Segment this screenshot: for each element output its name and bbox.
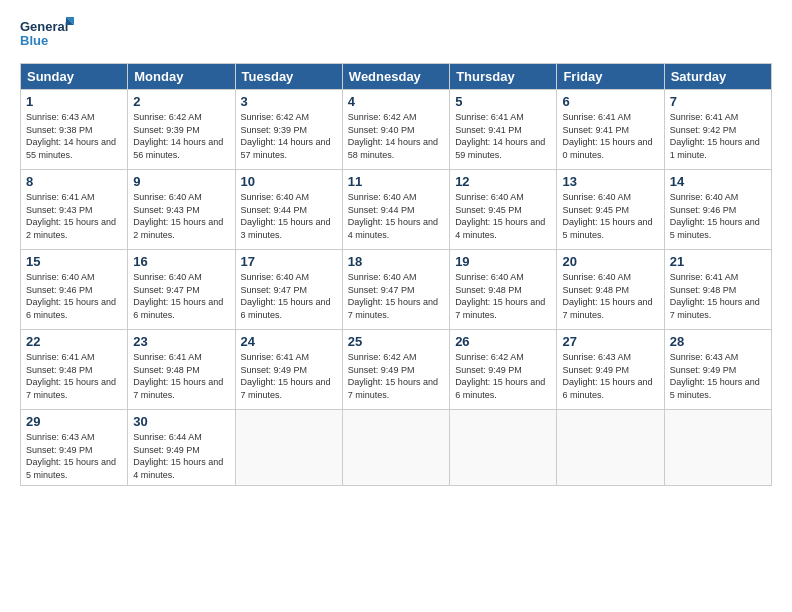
cell-info: Sunrise: 6:42 AMSunset: 9:49 PMDaylight:… xyxy=(348,351,444,401)
calendar-cell xyxy=(235,410,342,486)
day-number: 7 xyxy=(670,94,766,109)
calendar-cell: 1 Sunrise: 6:43 AMSunset: 9:38 PMDayligh… xyxy=(21,90,128,170)
day-number: 27 xyxy=(562,334,658,349)
calendar-cell xyxy=(664,410,771,486)
calendar-cell: 5 Sunrise: 6:41 AMSunset: 9:41 PMDayligh… xyxy=(450,90,557,170)
calendar-cell: 27 Sunrise: 6:43 AMSunset: 9:49 PMDaylig… xyxy=(557,330,664,410)
day-number: 25 xyxy=(348,334,444,349)
cell-info: Sunrise: 6:41 AMSunset: 9:48 PMDaylight:… xyxy=(133,351,229,401)
cell-info: Sunrise: 6:40 AMSunset: 9:45 PMDaylight:… xyxy=(455,191,551,241)
cell-info: Sunrise: 6:43 AMSunset: 9:49 PMDaylight:… xyxy=(562,351,658,401)
cell-info: Sunrise: 6:40 AMSunset: 9:43 PMDaylight:… xyxy=(133,191,229,241)
calendar-cell: 12 Sunrise: 6:40 AMSunset: 9:45 PMDaylig… xyxy=(450,170,557,250)
calendar-cell: 8 Sunrise: 6:41 AMSunset: 9:43 PMDayligh… xyxy=(21,170,128,250)
cell-info: Sunrise: 6:40 AMSunset: 9:44 PMDaylight:… xyxy=(348,191,444,241)
day-number: 29 xyxy=(26,414,122,429)
calendar-cell: 28 Sunrise: 6:43 AMSunset: 9:49 PMDaylig… xyxy=(664,330,771,410)
cell-info: Sunrise: 6:40 AMSunset: 9:48 PMDaylight:… xyxy=(455,271,551,321)
weekday-header: Monday xyxy=(128,64,235,90)
day-number: 23 xyxy=(133,334,229,349)
cell-info: Sunrise: 6:42 AMSunset: 9:40 PMDaylight:… xyxy=(348,111,444,161)
cell-info: Sunrise: 6:41 AMSunset: 9:42 PMDaylight:… xyxy=(670,111,766,161)
day-number: 9 xyxy=(133,174,229,189)
calendar-cell: 19 Sunrise: 6:40 AMSunset: 9:48 PMDaylig… xyxy=(450,250,557,330)
calendar-cell: 11 Sunrise: 6:40 AMSunset: 9:44 PMDaylig… xyxy=(342,170,449,250)
calendar-table: SundayMondayTuesdayWednesdayThursdayFrid… xyxy=(20,63,772,486)
cell-info: Sunrise: 6:43 AMSunset: 9:49 PMDaylight:… xyxy=(26,431,122,481)
cell-info: Sunrise: 6:40 AMSunset: 9:44 PMDaylight:… xyxy=(241,191,337,241)
cell-info: Sunrise: 6:43 AMSunset: 9:38 PMDaylight:… xyxy=(26,111,122,161)
calendar-cell: 10 Sunrise: 6:40 AMSunset: 9:44 PMDaylig… xyxy=(235,170,342,250)
weekday-header: Wednesday xyxy=(342,64,449,90)
cell-info: Sunrise: 6:40 AMSunset: 9:47 PMDaylight:… xyxy=(133,271,229,321)
logo: General Blue xyxy=(20,15,75,55)
cell-info: Sunrise: 6:41 AMSunset: 9:49 PMDaylight:… xyxy=(241,351,337,401)
logo-svg: General Blue xyxy=(20,15,75,55)
day-number: 2 xyxy=(133,94,229,109)
day-number: 18 xyxy=(348,254,444,269)
calendar-cell: 2 Sunrise: 6:42 AMSunset: 9:39 PMDayligh… xyxy=(128,90,235,170)
svg-text:General: General xyxy=(20,19,68,34)
day-number: 14 xyxy=(670,174,766,189)
calendar-cell xyxy=(557,410,664,486)
calendar-cell: 30 Sunrise: 6:44 AMSunset: 9:49 PMDaylig… xyxy=(128,410,235,486)
weekday-header: Friday xyxy=(557,64,664,90)
day-number: 30 xyxy=(133,414,229,429)
day-number: 21 xyxy=(670,254,766,269)
cell-info: Sunrise: 6:41 AMSunset: 9:48 PMDaylight:… xyxy=(26,351,122,401)
calendar-cell xyxy=(342,410,449,486)
calendar-cell: 3 Sunrise: 6:42 AMSunset: 9:39 PMDayligh… xyxy=(235,90,342,170)
calendar-cell: 18 Sunrise: 6:40 AMSunset: 9:47 PMDaylig… xyxy=(342,250,449,330)
calendar-cell: 21 Sunrise: 6:41 AMSunset: 9:48 PMDaylig… xyxy=(664,250,771,330)
cell-info: Sunrise: 6:43 AMSunset: 9:49 PMDaylight:… xyxy=(670,351,766,401)
cell-info: Sunrise: 6:40 AMSunset: 9:46 PMDaylight:… xyxy=(26,271,122,321)
calendar-cell: 23 Sunrise: 6:41 AMSunset: 9:48 PMDaylig… xyxy=(128,330,235,410)
cell-info: Sunrise: 6:42 AMSunset: 9:49 PMDaylight:… xyxy=(455,351,551,401)
day-number: 1 xyxy=(26,94,122,109)
cell-info: Sunrise: 6:40 AMSunset: 9:46 PMDaylight:… xyxy=(670,191,766,241)
day-number: 28 xyxy=(670,334,766,349)
calendar-cell: 24 Sunrise: 6:41 AMSunset: 9:49 PMDaylig… xyxy=(235,330,342,410)
cell-info: Sunrise: 6:40 AMSunset: 9:45 PMDaylight:… xyxy=(562,191,658,241)
weekday-header: Thursday xyxy=(450,64,557,90)
calendar-cell: 6 Sunrise: 6:41 AMSunset: 9:41 PMDayligh… xyxy=(557,90,664,170)
calendar-cell: 22 Sunrise: 6:41 AMSunset: 9:48 PMDaylig… xyxy=(21,330,128,410)
cell-info: Sunrise: 6:44 AMSunset: 9:49 PMDaylight:… xyxy=(133,431,229,481)
cell-info: Sunrise: 6:40 AMSunset: 9:47 PMDaylight:… xyxy=(241,271,337,321)
day-number: 12 xyxy=(455,174,551,189)
svg-text:Blue: Blue xyxy=(20,33,48,48)
day-number: 20 xyxy=(562,254,658,269)
day-number: 15 xyxy=(26,254,122,269)
calendar-cell: 7 Sunrise: 6:41 AMSunset: 9:42 PMDayligh… xyxy=(664,90,771,170)
cell-info: Sunrise: 6:42 AMSunset: 9:39 PMDaylight:… xyxy=(133,111,229,161)
cell-info: Sunrise: 6:40 AMSunset: 9:48 PMDaylight:… xyxy=(562,271,658,321)
calendar-cell: 16 Sunrise: 6:40 AMSunset: 9:47 PMDaylig… xyxy=(128,250,235,330)
day-number: 8 xyxy=(26,174,122,189)
calendar-cell xyxy=(450,410,557,486)
day-number: 26 xyxy=(455,334,551,349)
calendar-cell: 29 Sunrise: 6:43 AMSunset: 9:49 PMDaylig… xyxy=(21,410,128,486)
day-number: 17 xyxy=(241,254,337,269)
day-number: 6 xyxy=(562,94,658,109)
calendar-cell: 20 Sunrise: 6:40 AMSunset: 9:48 PMDaylig… xyxy=(557,250,664,330)
cell-info: Sunrise: 6:41 AMSunset: 9:43 PMDaylight:… xyxy=(26,191,122,241)
day-number: 11 xyxy=(348,174,444,189)
cell-info: Sunrise: 6:40 AMSunset: 9:47 PMDaylight:… xyxy=(348,271,444,321)
day-number: 5 xyxy=(455,94,551,109)
cell-info: Sunrise: 6:41 AMSunset: 9:48 PMDaylight:… xyxy=(670,271,766,321)
day-number: 22 xyxy=(26,334,122,349)
calendar-cell: 26 Sunrise: 6:42 AMSunset: 9:49 PMDaylig… xyxy=(450,330,557,410)
calendar-cell: 9 Sunrise: 6:40 AMSunset: 9:43 PMDayligh… xyxy=(128,170,235,250)
weekday-header: Saturday xyxy=(664,64,771,90)
day-number: 19 xyxy=(455,254,551,269)
day-number: 3 xyxy=(241,94,337,109)
day-number: 4 xyxy=(348,94,444,109)
day-number: 24 xyxy=(241,334,337,349)
day-number: 10 xyxy=(241,174,337,189)
day-number: 13 xyxy=(562,174,658,189)
weekday-header: Sunday xyxy=(21,64,128,90)
cell-info: Sunrise: 6:42 AMSunset: 9:39 PMDaylight:… xyxy=(241,111,337,161)
calendar-cell: 4 Sunrise: 6:42 AMSunset: 9:40 PMDayligh… xyxy=(342,90,449,170)
weekday-header: Tuesday xyxy=(235,64,342,90)
calendar-cell: 15 Sunrise: 6:40 AMSunset: 9:46 PMDaylig… xyxy=(21,250,128,330)
